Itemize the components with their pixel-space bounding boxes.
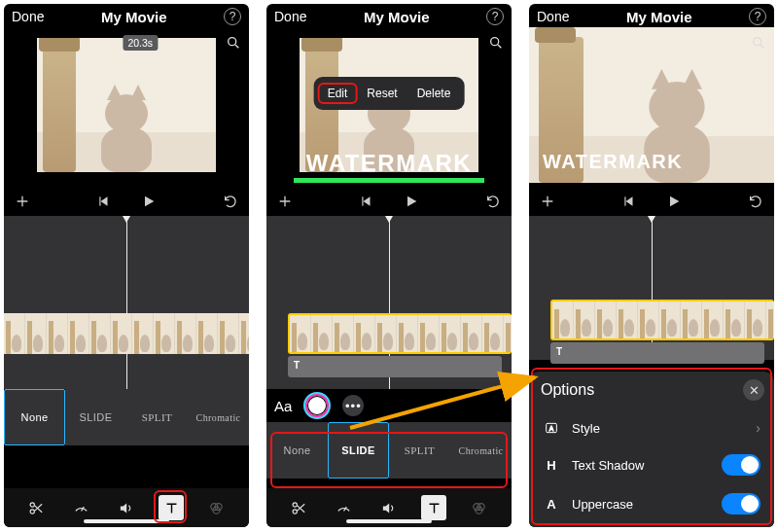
- menu-reset[interactable]: Reset: [357, 83, 407, 104]
- skip-start-icon[interactable]: [620, 193, 638, 210]
- text-context-menu: Edit Reset Delete: [314, 77, 465, 110]
- text-tool-icon[interactable]: [421, 495, 446, 520]
- style-chromatic[interactable]: Chromatic: [188, 389, 249, 445]
- svg-line-9: [34, 505, 42, 512]
- style-none[interactable]: None: [266, 422, 328, 479]
- play-icon[interactable]: [403, 193, 420, 210]
- svg-point-18: [491, 38, 499, 46]
- editor-topbar: Done My Movie ?: [266, 4, 512, 27]
- svg-point-0: [229, 38, 236, 46]
- play-icon[interactable]: [665, 193, 683, 210]
- svg-line-28: [297, 504, 304, 511]
- undo-icon[interactable]: [222, 193, 239, 210]
- undo-icon[interactable]: [747, 193, 764, 210]
- project-title: My Movie: [101, 9, 167, 25]
- menu-delete[interactable]: Delete: [407, 83, 461, 104]
- style-slide[interactable]: SLIDE: [328, 422, 389, 479]
- clip-duration-badge: 20.3s: [123, 35, 158, 51]
- text-style-row: None SLIDE SPLIT Chromatic STANDARD: [266, 422, 512, 479]
- text-tool-icon[interactable]: [159, 495, 184, 520]
- toggle-shadow[interactable]: [722, 454, 760, 476]
- play-icon[interactable]: [140, 193, 158, 210]
- svg-marker-4: [101, 196, 108, 205]
- font-button[interactable]: Aa: [274, 398, 292, 414]
- skip-start-icon[interactable]: [95, 193, 113, 210]
- svg-point-36: [754, 38, 761, 46]
- add-media-icon[interactable]: [539, 193, 556, 210]
- zoom-icon[interactable]: [749, 33, 768, 53]
- svg-marker-42: [670, 196, 679, 207]
- help-icon[interactable]: ?: [224, 8, 241, 25]
- svg-line-19: [498, 45, 501, 48]
- phone-screen-2: Done My Movie ? Edit Reset Delete WATERM…: [266, 4, 512, 527]
- timeline[interactable]: [4, 216, 249, 389]
- style-none[interactable]: None: [4, 389, 65, 445]
- text-tool-row: Aa •••: [266, 389, 512, 422]
- filmstrip[interactable]: [550, 300, 774, 340]
- style-split[interactable]: SPLIT: [126, 389, 188, 445]
- scissors-icon[interactable]: [23, 495, 49, 520]
- volume-icon[interactable]: [376, 495, 402, 520]
- svg-rect-5: [99, 196, 100, 205]
- text-selection-bar: [294, 178, 484, 183]
- speed-icon[interactable]: [69, 495, 94, 520]
- option-style[interactable]: AStyle ›: [541, 410, 762, 445]
- video-preview[interactable]: WATERMARK: [529, 27, 774, 183]
- toggle-uppercase[interactable]: [722, 493, 760, 514]
- done-button[interactable]: Done: [274, 9, 306, 24]
- style-split[interactable]: SPLIT: [389, 422, 450, 479]
- watermark-text[interactable]: WATERMARK: [306, 150, 472, 177]
- watermark-text[interactable]: WATERMARK: [543, 151, 683, 173]
- svg-point-25: [293, 502, 297, 506]
- scissors-icon[interactable]: [286, 495, 311, 520]
- video-preview[interactable]: Edit Reset Delete WATERMARK: [266, 27, 512, 183]
- home-indicator: [346, 519, 432, 523]
- more-options-icon[interactable]: •••: [342, 395, 364, 416]
- add-media-icon[interactable]: [276, 193, 294, 210]
- volume-icon[interactable]: [114, 495, 139, 520]
- chevron-right-icon: ›: [756, 420, 760, 436]
- filter-icon[interactable]: [204, 495, 230, 520]
- svg-rect-41: [624, 196, 625, 205]
- option-uppercase[interactable]: AUppercase: [541, 484, 762, 523]
- filmstrip[interactable]: [4, 313, 249, 354]
- playhead[interactable]: [126, 216, 127, 389]
- filmstrip[interactable]: [288, 313, 512, 354]
- svg-line-27: [297, 505, 304, 512]
- text-clip[interactable]: T: [288, 356, 502, 377]
- style-slide[interactable]: SLIDE: [65, 389, 126, 445]
- text-clip[interactable]: T: [550, 342, 764, 364]
- close-icon[interactable]: ✕: [743, 379, 764, 401]
- help-icon[interactable]: ?: [749, 8, 766, 25]
- zoom-icon[interactable]: [486, 33, 506, 53]
- speed-icon[interactable]: [332, 495, 357, 520]
- filter-icon[interactable]: [467, 495, 492, 520]
- svg-marker-30: [383, 503, 389, 513]
- transport-bar: [266, 187, 512, 216]
- editor-topbar: Done My Movie ?: [529, 4, 774, 27]
- svg-line-10: [34, 504, 42, 511]
- preview-frame: [37, 38, 216, 172]
- svg-marker-40: [626, 196, 633, 205]
- skip-start-icon[interactable]: [358, 193, 375, 210]
- undo-icon[interactable]: [484, 193, 502, 210]
- zoom-icon[interactable]: [224, 33, 243, 53]
- transport-bar: [529, 187, 774, 216]
- svg-rect-23: [362, 196, 363, 205]
- done-button[interactable]: Done: [12, 9, 44, 24]
- text-style-row: None SLIDE SPLIT Chromatic STANDARD: [4, 389, 249, 445]
- option-shadow[interactable]: HText Shadow: [541, 445, 762, 484]
- svg-point-7: [30, 502, 34, 506]
- add-media-icon[interactable]: [14, 193, 31, 210]
- timeline[interactable]: T: [529, 216, 774, 360]
- menu-edit[interactable]: Edit: [318, 83, 358, 104]
- phone-screen-1: Done My Movie ? 20.3s: [4, 4, 249, 527]
- svg-line-37: [760, 45, 763, 48]
- timeline[interactable]: T: [266, 216, 512, 389]
- video-preview[interactable]: 20.3s: [4, 27, 249, 183]
- done-button[interactable]: Done: [537, 9, 569, 24]
- color-picker-icon[interactable]: [307, 396, 327, 415]
- help-icon[interactable]: ?: [486, 8, 504, 25]
- phone-screen-3: Done My Movie ? WATERMARK: [529, 4, 774, 527]
- style-chromatic[interactable]: Chromatic: [450, 422, 512, 479]
